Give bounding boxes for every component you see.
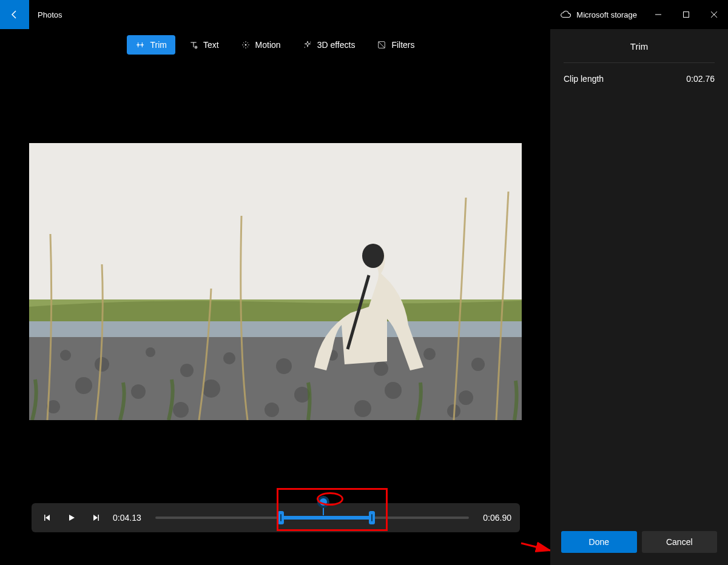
filters-icon <box>377 40 386 50</box>
minimize-button[interactable] <box>644 5 672 24</box>
tool-trim-label: Trim <box>150 40 166 50</box>
clip-length-value: 0:02.76 <box>686 74 715 84</box>
trim-start-handle[interactable] <box>278 511 284 524</box>
maximize-icon <box>682 11 690 18</box>
app-title: Photos <box>38 10 62 19</box>
tool-motion[interactable]: Motion <box>232 35 289 55</box>
next-frame-icon <box>92 513 100 522</box>
svg-point-24 <box>131 384 146 399</box>
svg-point-22 <box>471 358 485 371</box>
sidebar-divider <box>564 62 715 63</box>
prev-frame-icon <box>43 513 52 522</box>
close-button[interactable] <box>700 5 728 24</box>
svg-point-21 <box>423 348 436 360</box>
svg-point-6 <box>310 42 311 42</box>
svg-point-30 <box>173 402 189 418</box>
edit-toolbar: Trim Text Motion 3D effects Filters <box>0 32 550 58</box>
cloud-icon <box>561 9 571 20</box>
svg-rect-1 <box>684 12 689 18</box>
svg-point-28 <box>459 390 473 405</box>
motion-icon <box>241 40 251 50</box>
total-time: 0:06.90 <box>479 513 511 523</box>
svg-point-13 <box>60 350 71 361</box>
svg-point-27 <box>385 382 402 399</box>
tool-motion-label: Motion <box>255 40 281 50</box>
sparkle-icon <box>303 40 312 50</box>
svg-point-23 <box>75 377 92 394</box>
storage-button[interactable]: Microsoft storage <box>553 0 644 29</box>
video-preview <box>29 143 522 420</box>
tool-3d-effects[interactable]: 3D effects <box>294 35 364 55</box>
editor-area: Trim Text Motion 3D effects Filters <box>0 29 550 565</box>
svg-point-15 <box>146 347 155 357</box>
svg-point-32 <box>354 400 371 417</box>
svg-point-2 <box>138 44 140 46</box>
svg-point-25 <box>202 379 220 398</box>
svg-point-31 <box>265 403 279 417</box>
tool-text[interactable]: Text <box>180 35 228 55</box>
trim-sidebar: Trim Clip length 0:02.76 Done Cancel <box>550 29 728 565</box>
back-arrow-icon <box>10 10 19 19</box>
sidebar-title: Trim <box>564 41 715 52</box>
svg-rect-35 <box>44 515 46 521</box>
done-button[interactable]: Done <box>561 531 637 553</box>
trim-range <box>281 516 372 520</box>
svg-point-18 <box>276 358 292 374</box>
svg-point-3 <box>141 44 143 46</box>
timeline-track[interactable] <box>155 509 469 526</box>
svg-point-14 <box>95 357 109 372</box>
current-time: 0:04.13 <box>113 513 146 523</box>
svg-point-34 <box>362 244 384 268</box>
svg-rect-36 <box>98 515 99 521</box>
svg-point-20 <box>374 361 388 376</box>
text-icon <box>189 40 198 50</box>
play-icon <box>67 513 76 522</box>
cancel-button[interactable]: Cancel <box>642 531 718 553</box>
back-button[interactable] <box>0 0 29 29</box>
playback-controls: 0:04.13 0:06.90 <box>32 503 520 532</box>
trim-end-handle[interactable] <box>369 511 375 524</box>
trim-icon <box>135 40 145 50</box>
clip-length-label: Clip length <box>564 74 604 84</box>
playhead[interactable] <box>317 496 329 508</box>
close-icon <box>710 11 718 18</box>
svg-point-5 <box>244 44 246 46</box>
titlebar: Photos Microsoft storage <box>0 0 728 29</box>
cancel-label: Cancel <box>666 537 693 547</box>
tool-trim[interactable]: Trim <box>127 35 175 55</box>
prev-frame-button[interactable] <box>40 510 55 525</box>
next-frame-button[interactable] <box>89 510 103 525</box>
done-label: Done <box>589 537 609 547</box>
play-button[interactable] <box>64 510 79 525</box>
tool-3d-label: 3D effects <box>317 40 356 50</box>
tool-filters[interactable]: Filters <box>368 35 423 55</box>
tool-filters-label: Filters <box>391 40 414 50</box>
svg-point-7 <box>304 47 305 47</box>
maximize-button[interactable] <box>672 5 700 24</box>
svg-point-16 <box>180 364 194 377</box>
storage-label: Microsoft storage <box>576 10 637 19</box>
minimize-icon <box>655 11 662 18</box>
svg-line-37 <box>521 543 550 550</box>
tool-text-label: Text <box>203 40 219 50</box>
svg-point-17 <box>223 352 235 364</box>
